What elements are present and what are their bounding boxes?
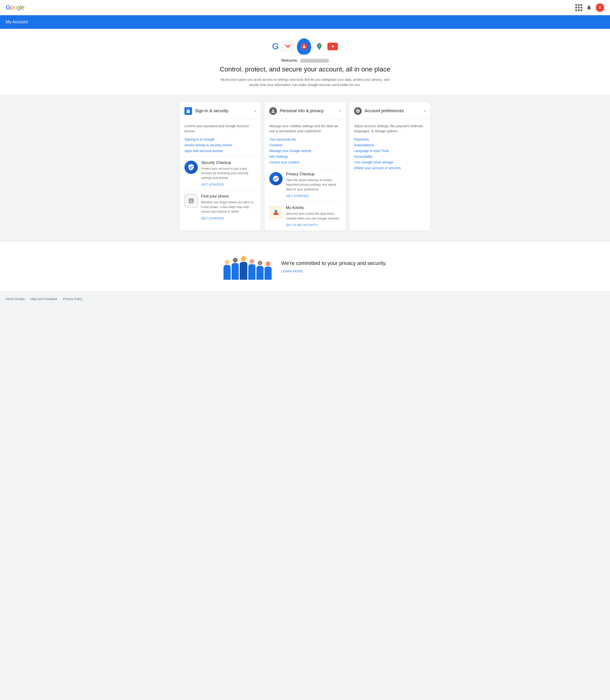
- hero-icons: G M: [5, 38, 605, 54]
- checkup-title: Find your phone: [201, 194, 256, 198]
- person-icon: [269, 107, 277, 115]
- card-link[interactable]: Signing in to Google: [184, 137, 256, 141]
- card-link[interactable]: Accessibility: [354, 154, 426, 159]
- card-header[interactable]: Sign-in & security ›: [180, 102, 261, 119]
- person-figure: [231, 258, 239, 280]
- card-link[interactable]: Apps with account access: [184, 149, 256, 153]
- hero-title: Control, protect, and secure your accoun…: [5, 66, 605, 73]
- card-title: Sign-in & security: [195, 109, 228, 113]
- card-link[interactable]: Your personal info: [269, 137, 341, 141]
- checkup-title: Security Checkup: [201, 161, 256, 165]
- grid-dot: [580, 7, 582, 9]
- card-header-left: Personal info & privacy: [269, 107, 324, 115]
- person-figure: [264, 261, 272, 280]
- lock-icon: [184, 107, 192, 115]
- person-figure: [248, 259, 255, 280]
- card-header[interactable]: Account preferences ›: [349, 102, 430, 119]
- chevron-right-icon: ›: [424, 109, 426, 113]
- card-link[interactable]: Delete your account or services: [354, 166, 426, 170]
- checkup-title: Privacy Checkup: [286, 172, 341, 176]
- card-link[interactable]: Ads Settings: [269, 154, 341, 159]
- logo-g2: g: [17, 4, 20, 11]
- hero-shield-icon: [297, 38, 311, 54]
- checkup-card: ? Find your phone Whether you forgot whe…: [180, 190, 261, 224]
- checkup-content: Privacy Checkup Take this quick checkup …: [286, 172, 341, 198]
- card-link[interactable]: Control your content: [269, 160, 341, 164]
- card-link[interactable]: Language & Input Tools: [354, 149, 426, 153]
- card-body-top: Adjust account settings, like payment me…: [349, 119, 430, 174]
- card-body-top: Control your password and Google Account…: [180, 119, 261, 157]
- chevron-right-icon: ›: [339, 109, 341, 113]
- security-checkup-icon: [184, 161, 198, 174]
- svg-point-5: [319, 45, 320, 46]
- checkup-description: Discover and control the data that's cre…: [286, 211, 341, 221]
- card-link[interactable]: Device activity & security events: [184, 143, 256, 147]
- card-description: Adjust account settings, like payment me…: [354, 124, 426, 134]
- privacy-checkup-icon: [269, 172, 283, 185]
- main-content: Sign-in & security › Control your passwo…: [0, 95, 610, 291]
- grid-dot: [575, 9, 577, 11]
- page-title: My Account: [6, 19, 28, 24]
- svg-text:M: M: [286, 45, 289, 49]
- logo-area: Google: [6, 4, 24, 11]
- card-links: PaymentsSubscriptionsLanguage & Input To…: [354, 137, 426, 170]
- hero-section: G M: [0, 29, 610, 95]
- welcome-text: Welcome,: [5, 59, 605, 63]
- checkup-content: My Activity Discover and control the dat…: [286, 206, 341, 227]
- commitment-text-area: We're committed to your privacy and secu…: [281, 260, 386, 273]
- checkup-card: My Activity Discover and control the dat…: [264, 202, 346, 231]
- checkup-cta-link[interactable]: GO TO MY ACTIVITY: [286, 223, 318, 227]
- grid-dot: [575, 7, 577, 9]
- my-activity-icon: [269, 206, 283, 219]
- grid-dot: [578, 9, 580, 11]
- person-figure: [256, 261, 263, 280]
- page-header-bar: My Account: [0, 15, 610, 29]
- footer-link[interactable]: Help and Feedback: [31, 297, 58, 301]
- checkup-content: Find your phone Whether you forgot where…: [201, 194, 256, 220]
- card-link[interactable]: Contacts: [269, 143, 341, 147]
- logo-e: e: [21, 4, 24, 11]
- chevron-right-icon: ›: [255, 109, 256, 113]
- card-link[interactable]: Your Google Drive storage: [354, 160, 426, 164]
- person-figure: [224, 260, 231, 280]
- card-body-top: Manage your visibility settings and the …: [264, 119, 346, 168]
- footer-link[interactable]: About Google: [6, 297, 25, 301]
- checkup-cta-link[interactable]: GET STARTED: [286, 194, 308, 198]
- apps-grid-icon[interactable]: [575, 4, 582, 11]
- card-link[interactable]: Subscriptions: [354, 143, 426, 147]
- card-header-left: Sign-in & security: [184, 107, 228, 115]
- grid-dot: [578, 4, 580, 6]
- svg-rect-9: [275, 210, 276, 211]
- hero-description: My Account gives you quick access to set…: [219, 77, 391, 88]
- checkup-card: Security Checkup Protect your account in…: [180, 157, 261, 190]
- checkup-description: Whether you forgot where you left it or …: [201, 200, 256, 214]
- card-title: Account preferences: [365, 109, 404, 113]
- card-header-left: Account preferences: [354, 107, 404, 115]
- grid-dot: [580, 4, 582, 6]
- card-signin-security: Sign-in & security › Control your passwo…: [180, 102, 261, 231]
- logo-o1: o: [10, 4, 13, 11]
- grid-dot: [578, 7, 580, 9]
- card-links: Your personal infoContactsManage your Go…: [269, 137, 341, 164]
- checkup-cta-link[interactable]: GET STARTED: [201, 216, 224, 220]
- card-header[interactable]: Personal info & privacy ›: [264, 102, 346, 119]
- learn-more-link[interactable]: LEARN MORE: [281, 270, 303, 273]
- card-description: Control your password and Google Account…: [184, 124, 256, 134]
- checkup-cta-link[interactable]: GET STARTED: [201, 183, 224, 186]
- grid-dot: [580, 9, 582, 11]
- top-navigation: Google A: [0, 0, 610, 15]
- notifications-icon[interactable]: [586, 5, 592, 11]
- footer: About GoogleHelp and FeedbackPrivacy Pol…: [0, 291, 610, 306]
- cards-grid: Sign-in & security › Control your passwo…: [174, 95, 436, 239]
- card-title: Personal info & privacy: [280, 109, 324, 113]
- header-actions: A: [575, 3, 604, 12]
- find-phone-icon: ?: [184, 194, 198, 208]
- card-link[interactable]: Payments: [354, 137, 426, 141]
- checkup-title: My Activity: [286, 206, 341, 210]
- card-link[interactable]: Manage your Google activity: [269, 149, 341, 153]
- people-illustration: [224, 254, 272, 280]
- svg-marker-6: [332, 45, 334, 48]
- person-figure: [240, 256, 247, 280]
- user-avatar[interactable]: A: [596, 3, 604, 12]
- footer-link[interactable]: Privacy Policy: [63, 297, 82, 301]
